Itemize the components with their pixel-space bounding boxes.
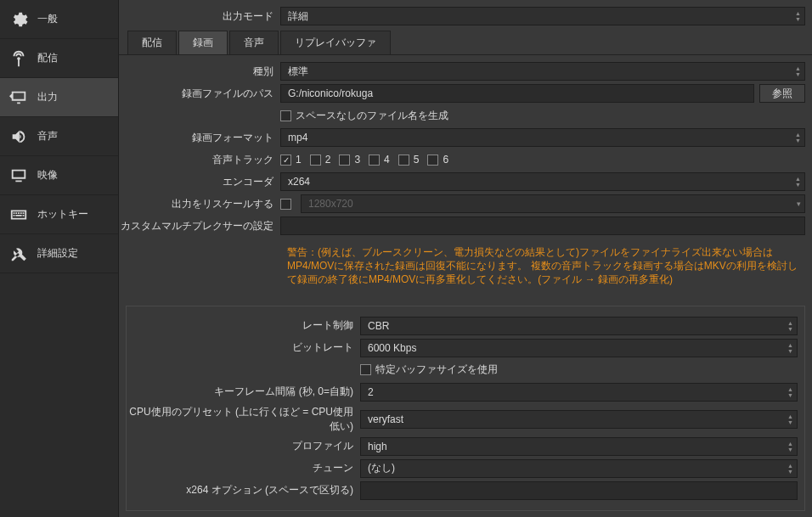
path-input[interactable] [280,84,754,103]
x264opts-label: x264 オプション (スペースで区切る) [127,483,360,497]
rescale-label: 出力をリスケールする [119,197,280,211]
type-value: 標準 [288,65,308,79]
sidebar-item-output[interactable]: 出力 [0,78,118,117]
rescale-value: 1280x720 [308,198,353,210]
tab-audio[interactable]: 音声 [229,31,279,54]
main-panel: 出力モード 詳細 ▲▼ 配信 録画 音声 リプレイバッファ 種別 標準 ▲▼ 録… [119,0,812,517]
updown-icon: ▲▼ [795,173,801,190]
x264opts-input[interactable] [360,481,798,500]
track-2-label: 2 [325,154,331,166]
tab-recording[interactable]: 録画 [178,31,228,54]
sidebar-item-label: 音声 [37,129,58,143]
keyboard-icon [8,205,29,225]
updown-icon: ▲▼ [787,411,793,428]
track-6-label: 6 [443,154,448,166]
profile-label: プロファイル [127,439,360,453]
track-3-label: 3 [354,154,360,166]
track-1-checkbox[interactable]: ✓ [280,155,291,166]
output-mode-select[interactable]: 詳細 ▲▼ [280,7,805,25]
path-label: 録画ファイルのパス [119,87,280,101]
tune-select[interactable]: (なし) ▲▼ [360,459,798,478]
format-label: 録画フォーマット [119,131,280,145]
type-label: 種別 [119,65,280,79]
monitor-arrow-icon [8,87,29,108]
sidebar-item-video[interactable]: 映像 [0,156,118,195]
sidebar-item-advanced[interactable]: 詳細設定 [0,234,118,273]
updown-icon: ▲▼ [795,63,801,80]
updown-icon: ▲▼ [795,8,801,25]
warning-text: 警告：(例えば、ブルースクリーン、電力損失などの結果として)ファイルをファイナラ… [280,239,805,294]
updown-icon: ▲▼ [795,129,801,146]
cpu-preset-value: veryfast [368,413,403,425]
profile-value: high [368,441,387,452]
sidebar-item-audio[interactable]: 音声 [0,117,118,156]
track-5-checkbox[interactable] [398,155,409,166]
browse-button[interactable]: 参照 [759,84,805,103]
nospace-label: スペースなしのファイル名を生成 [296,109,448,123]
rescale-select[interactable]: 1280x720 ▾ [301,194,805,213]
bitrate-spinner[interactable]: 6000 Kbps ▲▼ [360,339,798,357]
chevron-down-icon: ▾ [797,195,801,212]
track-6-checkbox[interactable] [427,155,438,166]
sidebar-item-stream[interactable]: 配信 [0,39,118,78]
tune-value: (なし) [368,461,395,475]
track-5-label: 5 [414,154,420,166]
nospace-checkbox[interactable] [280,110,291,121]
sidebar-item-general[interactable]: 一般 [0,0,118,39]
track-4-checkbox[interactable] [369,155,380,166]
cpu-preset-label: CPU使用のプリセット (上に行くほど = CPU使用低い) [127,405,360,434]
sidebar: 一般 配信 出力 音声 映像 ホットキー 詳細設定 [0,0,119,517]
monitor-icon [8,166,29,186]
speaker-icon [8,126,29,147]
track-3-checkbox[interactable] [339,155,350,166]
custom-buffer-label: 特定バッファサイズを使用 [375,362,498,377]
sidebar-item-label: 一般 [37,12,58,26]
keyframe-label: キーフレーム間隔 (秒, 0=自動) [127,385,360,399]
gear-icon [8,9,29,30]
antenna-icon [8,48,29,69]
encoder-select[interactable]: x264 ▲▼ [280,172,805,191]
updown-icon: ▲▼ [787,384,793,401]
type-select[interactable]: 標準 ▲▼ [280,62,805,81]
sidebar-item-label: 出力 [37,90,58,104]
muxer-input[interactable] [280,216,805,235]
format-value: mp4 [288,132,307,143]
updown-icon: ▲▼ [787,340,793,357]
rate-control-select[interactable]: CBR ▲▼ [360,317,798,335]
cpu-preset-select[interactable]: veryfast ▲▼ [360,410,798,429]
track-1-label: 1 [296,154,302,166]
sidebar-item-label: 配信 [37,51,58,65]
output-mode-value: 詳細 [288,9,308,24]
encoder-label: エンコーダ [119,175,280,189]
keyframe-value: 2 [368,386,374,398]
output-tabs: 配信 録画 音声 リプレイバッファ [119,27,812,55]
encoder-value: x264 [288,176,310,188]
audio-tracks: ✓1 2 3 4 5 6 [280,154,448,166]
muxer-label: カスタムマルチプレクサーの設定 [119,219,280,233]
tools-icon [8,244,29,264]
encoder-settings: レート制御 CBR ▲▼ ビットレート 6000 Kbps ▲▼ 特定バッファ [126,306,805,511]
profile-select[interactable]: high ▲▼ [360,437,798,456]
bitrate-label: ビットレート [127,340,360,355]
tab-replay-buffer[interactable]: リプレイバッファ [280,31,391,54]
keyframe-spinner[interactable]: 2 ▲▼ [360,383,798,402]
tracks-label: 音声トラック [119,153,280,167]
updown-icon: ▲▼ [787,318,793,334]
updown-icon: ▲▼ [787,438,793,455]
rescale-checkbox[interactable] [280,199,291,210]
track-4-label: 4 [384,154,390,166]
custom-buffer-checkbox[interactable] [360,364,371,375]
output-mode-label: 出力モード [119,9,280,24]
bitrate-value: 6000 Kbps [368,342,416,354]
rate-control-label: レート制御 [127,318,360,333]
track-2-checkbox[interactable] [310,155,321,166]
sidebar-item-label: 映像 [37,168,58,183]
tune-label: チューン [127,461,360,475]
sidebar-item-label: 詳細設定 [37,246,78,261]
sidebar-item-hotkeys[interactable]: ホットキー [0,195,118,234]
sidebar-item-label: ホットキー [37,207,88,222]
format-select[interactable]: mp4 ▲▼ [280,128,805,147]
rate-control-value: CBR [368,320,389,332]
updown-icon: ▲▼ [787,460,793,477]
tab-streaming[interactable]: 配信 [127,31,177,54]
